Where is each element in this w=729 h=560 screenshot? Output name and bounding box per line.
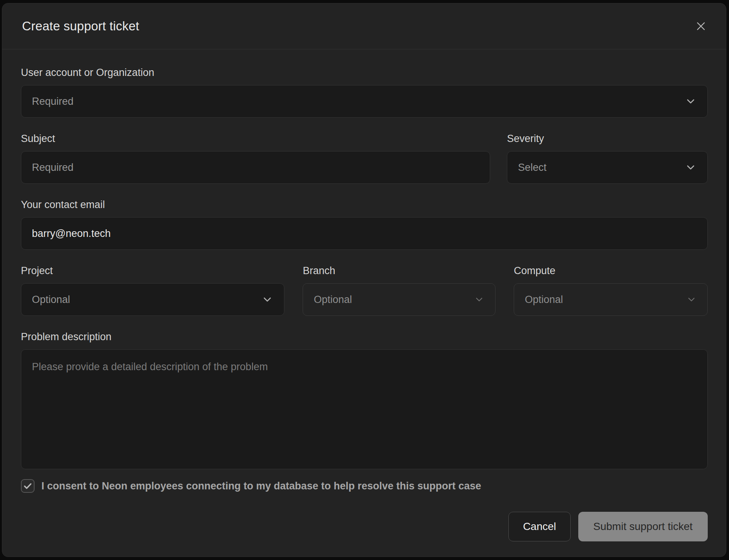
subject-input[interactable] — [21, 151, 490, 184]
chevron-down-icon — [261, 293, 273, 306]
close-button[interactable] — [692, 17, 710, 35]
project-branch-compute-row: Project Optional Branch Optional — [21, 265, 708, 316]
account-select-placeholder: Required — [32, 96, 74, 107]
submit-support-ticket-button[interactable]: Submit support ticket — [578, 512, 708, 541]
project-select[interactable]: Optional — [21, 283, 284, 316]
description-textarea[interactable] — [21, 349, 708, 469]
email-label: Your contact email — [21, 199, 708, 211]
account-field-group: User account or Organization Required — [21, 67, 708, 118]
email-input[interactable] — [21, 217, 708, 250]
project-select-placeholder: Optional — [32, 294, 70, 306]
branch-label: Branch — [303, 265, 495, 277]
cancel-button[interactable]: Cancel — [508, 512, 570, 541]
check-icon — [23, 481, 33, 491]
email-field-group: Your contact email — [21, 199, 708, 250]
compute-select-placeholder: Optional — [525, 294, 563, 306]
create-support-ticket-modal: Create support ticket User account or Or… — [2, 3, 726, 557]
account-select[interactable]: Required — [21, 85, 708, 118]
close-icon — [694, 19, 708, 33]
modal-header: Create support ticket — [2, 3, 726, 49]
consent-checkbox[interactable] — [21, 479, 35, 493]
chevron-down-icon — [685, 161, 697, 174]
chevron-down-icon — [686, 294, 697, 305]
project-field-group: Project Optional — [21, 265, 284, 316]
subject-label: Subject — [21, 133, 490, 145]
severity-field-group: Severity Select — [507, 133, 708, 184]
consent-row: I consent to Neon employees connecting t… — [21, 479, 708, 493]
consent-label: I consent to Neon employees connecting t… — [41, 480, 481, 492]
compute-label: Compute — [514, 265, 708, 277]
chevron-down-icon — [474, 294, 484, 305]
compute-field-group: Compute Optional — [514, 265, 708, 316]
severity-select[interactable]: Select — [507, 151, 708, 184]
branch-select-placeholder: Optional — [314, 294, 352, 306]
branch-field-group: Branch Optional — [303, 265, 495, 316]
description-field-group: Problem description — [21, 331, 708, 469]
modal-title: Create support ticket — [22, 19, 139, 33]
severity-label: Severity — [507, 133, 708, 145]
branch-select[interactable]: Optional — [303, 283, 495, 316]
severity-select-placeholder: Select — [518, 162, 546, 174]
modal-body: User account or Organization Required Su… — [2, 49, 726, 557]
modal-footer: Cancel Submit support ticket — [21, 512, 708, 541]
subject-field-group: Subject — [21, 133, 490, 184]
description-label: Problem description — [21, 331, 708, 343]
compute-select[interactable]: Optional — [514, 283, 708, 316]
subject-severity-row: Subject Severity Select — [21, 133, 708, 184]
project-label: Project — [21, 265, 284, 277]
chevron-down-icon — [685, 95, 697, 107]
account-label: User account or Organization — [21, 67, 708, 79]
